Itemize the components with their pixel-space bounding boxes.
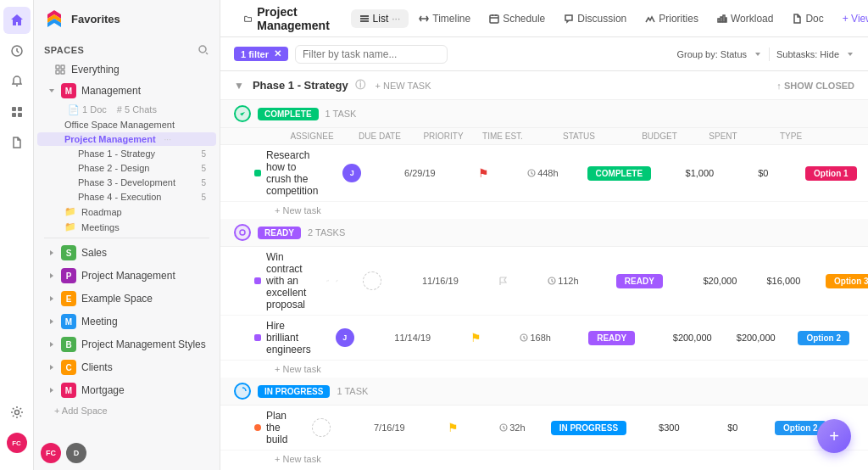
- task-name-cell: Plan the build: [234, 410, 287, 445]
- filter-separator: [769, 48, 770, 61]
- chevron-right-icon3: [47, 294, 56, 303]
- task-row[interactable]: Plan the build 7/16/19 ⚑ 32h IN PROGRESS…: [220, 406, 868, 450]
- new-task-complete[interactable]: + New task: [220, 202, 868, 219]
- sidebar-item-meeting[interactable]: M Meeting: [37, 311, 216, 333]
- tab-doc[interactable]: Doc: [783, 9, 832, 28]
- sidebar-item-management[interactable]: M Management: [37, 80, 216, 102]
- svg-rect-10: [56, 65, 59, 69]
- sidebar-item-phase3[interactable]: Phase 3 - Development 5: [37, 176, 216, 189]
- user-avatar2[interactable]: D: [66, 443, 86, 463]
- task-row[interactable]: Research how to crush the competition J …: [220, 145, 868, 202]
- svg-rect-20: [723, 15, 725, 22]
- management-badge: M: [61, 83, 76, 98]
- status-pill: READY: [616, 274, 663, 288]
- type-pill: Option 1: [805, 166, 857, 181]
- sidebar-item-project-mgmt[interactable]: Project Management ···: [37, 132, 216, 146]
- user-avatar[interactable]: FC: [41, 443, 61, 463]
- phase2-label: Phase 2 - Design: [78, 163, 149, 173]
- settings-icon[interactable]: [3, 399, 31, 426]
- assignee-avatar: J: [336, 328, 354, 347]
- fab-button[interactable]: +: [817, 419, 851, 453]
- sidebar-item-example[interactable]: E Example Space: [37, 288, 216, 310]
- phase1-toggle[interactable]: ▼: [234, 80, 244, 92]
- topbar-nav: List ··· Timeline Schedule Discussion Pr…: [351, 9, 868, 28]
- inprogress-status-circle[interactable]: [234, 383, 251, 400]
- tab-timeline[interactable]: Timeline: [410, 9, 479, 28]
- group-by[interactable]: Group by: Status: [676, 49, 747, 59]
- tab-discussion[interactable]: Discussion: [555, 9, 635, 28]
- svg-rect-13: [61, 70, 64, 74]
- phase1-show-closed[interactable]: ↑ SHOW CLOSED: [776, 81, 854, 91]
- sidebar-item-roadmap[interactable]: 📁 Roadmap: [37, 204, 216, 219]
- example-label: Example Space: [81, 293, 153, 305]
- task-row[interactable]: Hire brilliant engineers J 11/14/19 ⚑ 16…: [220, 316, 868, 361]
- chevron-right-icon5: [47, 340, 56, 349]
- meeting-badge: M: [61, 314, 76, 329]
- subtasks[interactable]: Subtasks: Hide: [776, 49, 839, 59]
- phase1-label: Phase 1 - Strategy: [78, 148, 155, 159]
- sidebar-item-meetings[interactable]: 📁 Meetings: [37, 220, 216, 234]
- schedule-icon: [489, 14, 499, 24]
- tab-add-view[interactable]: + View: [834, 9, 868, 28]
- phase1-new-task[interactable]: + NEW TASK: [376, 81, 431, 91]
- sidebar-item-phase2[interactable]: Phase 2 - Design 5: [37, 161, 216, 175]
- spaces-header: Spaces: [34, 41, 220, 59]
- sidebar-item-project-styles[interactable]: B Project Management Styles: [37, 333, 216, 355]
- main-content: Project Management List ··· Timeline Sch…: [220, 0, 868, 470]
- sidebar-header: Favorites: [34, 0, 220, 37]
- search-icon[interactable]: [198, 44, 209, 56]
- grid-icon[interactable]: [3, 98, 31, 126]
- chevron-right-icon2: [47, 271, 56, 280]
- filter-clear[interactable]: ✕: [274, 48, 281, 59]
- app-logo: [44, 8, 64, 29]
- user-avatar-icon[interactable]: FC: [3, 429, 31, 456]
- grid-small-icon: [54, 64, 66, 76]
- sidebar-item-project-mgmt2[interactable]: P Project Management: [37, 265, 216, 287]
- clients-label: Clients: [81, 361, 113, 373]
- ready-status-circle[interactable]: [234, 224, 251, 241]
- phase3-label: Phase 3 - Development: [78, 177, 175, 187]
- task-name-cell: Hire brilliant engineers: [234, 320, 311, 355]
- management-meta: 📄 1 Doc # 5 Chats: [34, 103, 220, 117]
- sidebar-item-everything[interactable]: Everything: [37, 60, 216, 79]
- home-icon[interactable]: [3, 7, 31, 34]
- svg-rect-3: [12, 113, 16, 117]
- tab-schedule[interactable]: Schedule: [481, 9, 554, 28]
- inprogress-count: 1 TASK: [337, 386, 368, 396]
- office-space-label: Office Space Management: [64, 120, 175, 130]
- tab-workload[interactable]: Workload: [709, 9, 782, 28]
- sidebar-divider: [44, 238, 209, 238]
- phase1-header: ▼ Phase 1 - Strategy ⓘ + NEW TASK ↑ SHOW…: [220, 71, 868, 100]
- filter-badge[interactable]: 1 filter ✕: [234, 47, 288, 61]
- svg-rect-2: [18, 107, 22, 111]
- sidebar-item-sales[interactable]: S Sales: [37, 242, 216, 264]
- complete-status-circle[interactable]: [234, 105, 251, 122]
- time-icon3: [520, 333, 528, 342]
- task-row[interactable]: Win contract with an excellent proposal …: [220, 247, 868, 316]
- col-headers-complete: ASSIGNEE DUE DATE PRIORITY TIME EST. STA…: [220, 128, 868, 145]
- favorites-title: Favorites: [71, 13, 120, 25]
- new-task-inprogress[interactable]: + New task: [220, 450, 868, 467]
- phase1-info[interactable]: ⓘ: [355, 78, 365, 92]
- sidebar-item-office-space[interactable]: Office Space Management: [37, 118, 216, 131]
- add-space-button[interactable]: + Add Space: [37, 402, 216, 419]
- task-group-inprogress: IN PROGRESS 1 TASK Plan the build 7/16/1…: [220, 378, 868, 467]
- sidebar-item-clients[interactable]: C Clients: [37, 356, 216, 378]
- document-icon[interactable]: [3, 129, 31, 156]
- tab-priorities[interactable]: Priorities: [637, 9, 707, 28]
- tab-list[interactable]: List ···: [351, 9, 409, 28]
- sidebar-item-phase4[interactable]: Phase 4 - Execution 5: [37, 190, 216, 204]
- bell-icon[interactable]: [3, 68, 31, 95]
- sidebar-item-phase1[interactable]: Phase 1 - Strategy 5: [37, 147, 216, 160]
- empty-avatar: [312, 418, 331, 437]
- assignee-avatar: J: [342, 164, 361, 182]
- new-task-ready[interactable]: + New task: [220, 361, 868, 378]
- filter-input[interactable]: [295, 45, 448, 64]
- type-pill: Option 2: [798, 331, 849, 345]
- example-badge: E: [61, 291, 76, 306]
- clock-icon[interactable]: [3, 37, 31, 64]
- sidebar-item-mortgage[interactable]: M Mortgage: [37, 379, 216, 401]
- discussion-icon: [564, 14, 574, 24]
- task-dot: [254, 424, 261, 431]
- left-icon-strip: FC: [0, 0, 34, 470]
